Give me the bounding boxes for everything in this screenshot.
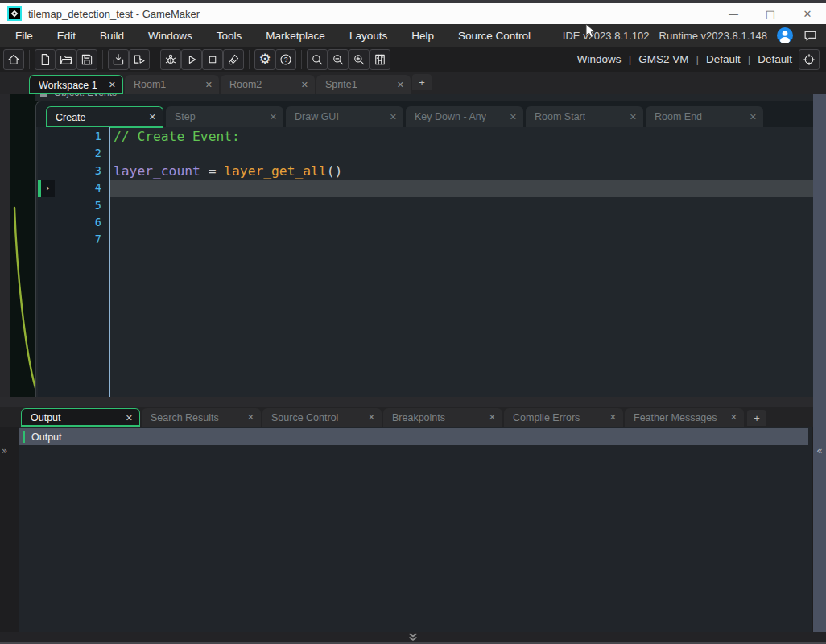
menu-item[interactable]: Tools <box>204 24 254 47</box>
home-button[interactable] <box>3 49 24 70</box>
bottom-panel-tab[interactable]: Feather Messages ✕ <box>625 408 744 427</box>
close-icon[interactable]: ✕ <box>301 80 308 90</box>
tab-label: Source Control <box>271 412 338 423</box>
expand-right-panel-icon[interactable]: « <box>816 445 822 456</box>
bottom-panel-tab[interactable]: Source Control ✕ <box>262 408 382 427</box>
settings-button[interactable]: ⚙ <box>254 49 275 70</box>
line-number[interactable]: 2 <box>38 145 109 162</box>
output-panel-header[interactable]: Output <box>19 428 808 445</box>
event-tab[interactable]: Create ✕ <box>46 106 163 127</box>
menu-item[interactable]: File <box>3 24 45 47</box>
stop-button[interactable] <box>202 49 223 70</box>
zoom-reset-button[interactable] <box>307 49 328 70</box>
expand-left-panel-icon[interactable]: » <box>2 445 7 456</box>
toolbar-separator <box>29 50 30 69</box>
close-icon[interactable]: ✕ <box>630 112 637 122</box>
layout-windows-button[interactable] <box>370 49 390 70</box>
bottom-panel-tab[interactable]: Search Results ✕ <box>142 408 261 427</box>
bottom-panel-tab[interactable]: Compile Errors ✕ <box>504 408 623 427</box>
close-icon[interactable]: ✕ <box>609 412 617 423</box>
close-icon[interactable]: ✕ <box>109 80 116 90</box>
menu-item[interactable]: Edit <box>45 24 88 47</box>
workspace-tab[interactable]: Workspace 1 ✕ <box>29 75 123 94</box>
code-line[interactable] <box>110 231 813 248</box>
zoom-in-button[interactable] <box>349 49 370 70</box>
menu-item[interactable]: Marketplace <box>254 24 337 47</box>
create-executable-icon <box>111 52 126 67</box>
menu-item[interactable]: Source Control <box>446 24 543 47</box>
debug-button[interactable] <box>160 49 181 70</box>
build-target-item[interactable]: Windows <box>577 53 638 65</box>
event-tab[interactable]: Room Start ✕ <box>526 106 643 127</box>
build-target-item[interactable]: GMS2 VM <box>638 53 706 65</box>
create-executable-button[interactable] <box>108 49 129 70</box>
event-tab[interactable]: Room End ✕ <box>646 106 763 127</box>
add-bottom-tab-button[interactable]: + <box>747 410 766 426</box>
line-number[interactable]: 7 <box>38 231 109 248</box>
line-number[interactable]: 3 <box>38 163 109 180</box>
menu-item[interactable]: Help <box>399 24 446 47</box>
close-icon[interactable]: ✕ <box>368 412 375 423</box>
event-tab[interactable]: Key Down - Any ✕ <box>406 106 523 127</box>
workspace-tab[interactable]: Room2 ✕ <box>221 75 315 94</box>
code-line[interactable]: // Create Event: <box>110 128 813 145</box>
zoom-out-button[interactable] <box>328 49 349 70</box>
code-line[interactable] <box>110 214 813 231</box>
code-text[interactable]: // Create Event:layer_count = layer_get_… <box>110 127 813 397</box>
close-icon[interactable]: ✕ <box>126 413 133 423</box>
build-target-item[interactable]: Default <box>758 53 792 65</box>
collapse-bottom-bar[interactable] <box>0 632 826 642</box>
close-icon[interactable]: ✕ <box>397 80 404 90</box>
line-number[interactable]: 5 <box>38 197 109 214</box>
mouse-cursor <box>585 23 598 39</box>
bottom-panel-tab[interactable]: Breakpoints ✕ <box>383 408 502 427</box>
feedback-chat-icon[interactable] <box>803 28 818 43</box>
close-icon[interactable]: ✕ <box>750 112 757 122</box>
workspace-tab[interactable]: Sprite1 ✕ <box>316 75 411 94</box>
menu-item[interactable]: Windows <box>136 24 204 47</box>
event-tab[interactable]: Draw GUI ✕ <box>286 106 403 127</box>
close-icon[interactable]: ✕ <box>510 112 517 122</box>
event-tabs: Create ✕ Step ✕ Draw GUI ✕ Key Down <box>46 106 763 127</box>
build-target-item[interactable]: Default <box>706 53 758 65</box>
bottom-panel-tab[interactable]: Output ✕ <box>21 408 140 427</box>
run-button[interactable] <box>181 49 202 70</box>
code-line[interactable] <box>110 197 813 214</box>
line-number[interactable]: 6 <box>38 214 109 231</box>
close-icon[interactable]: ✕ <box>390 112 397 122</box>
save-project-button[interactable] <box>76 49 97 70</box>
gamemaker-logo-icon <box>7 6 22 21</box>
collapse-down-icon[interactable] <box>407 633 419 642</box>
close-icon[interactable]: ✕ <box>730 412 737 423</box>
close-icon[interactable]: ✕ <box>149 112 156 122</box>
code-line[interactable] <box>110 145 813 162</box>
target-manager-button[interactable] <box>799 49 820 70</box>
close-button[interactable]: ✕ <box>789 3 826 24</box>
object-events-header[interactable]: Object: Events <box>35 94 813 101</box>
clean-button[interactable] <box>223 49 244 70</box>
event-tab[interactable]: Step ✕ <box>166 106 283 127</box>
close-icon[interactable]: ✕ <box>489 412 496 423</box>
maximize-button[interactable]: □ <box>752 3 789 24</box>
close-icon[interactable]: ✕ <box>270 112 277 122</box>
menu-item[interactable]: Layouts <box>337 24 399 47</box>
code-editor[interactable]: 1234567 // Create Event:layer_count = la… <box>36 127 813 397</box>
save-icon <box>80 52 94 67</box>
panel-splitter[interactable] <box>0 397 826 407</box>
minimize-button[interactable]: — <box>715 3 752 24</box>
code-line[interactable]: layer_count = layer_get_all() <box>110 163 813 180</box>
close-icon[interactable]: ✕ <box>247 412 254 423</box>
code-line[interactable] <box>110 180 813 196</box>
workspace-tab[interactable]: Room1 ✕ <box>125 75 219 94</box>
menu-item[interactable]: Build <box>88 24 136 47</box>
account-avatar-icon[interactable] <box>777 27 793 43</box>
add-workspace-button[interactable]: + <box>412 74 432 90</box>
help-button[interactable]: ? <box>275 49 296 70</box>
line-number[interactable]: 1 <box>38 128 109 145</box>
right-dock-collapsed: « <box>813 94 826 632</box>
close-icon[interactable]: ✕ <box>205 80 213 90</box>
run-executable-button[interactable] <box>129 49 150 70</box>
title-bar[interactable]: tilemap_detection_test - GameMaker — □ ✕ <box>0 3 826 24</box>
new-project-button[interactable] <box>35 49 56 70</box>
open-project-button[interactable] <box>56 49 76 70</box>
